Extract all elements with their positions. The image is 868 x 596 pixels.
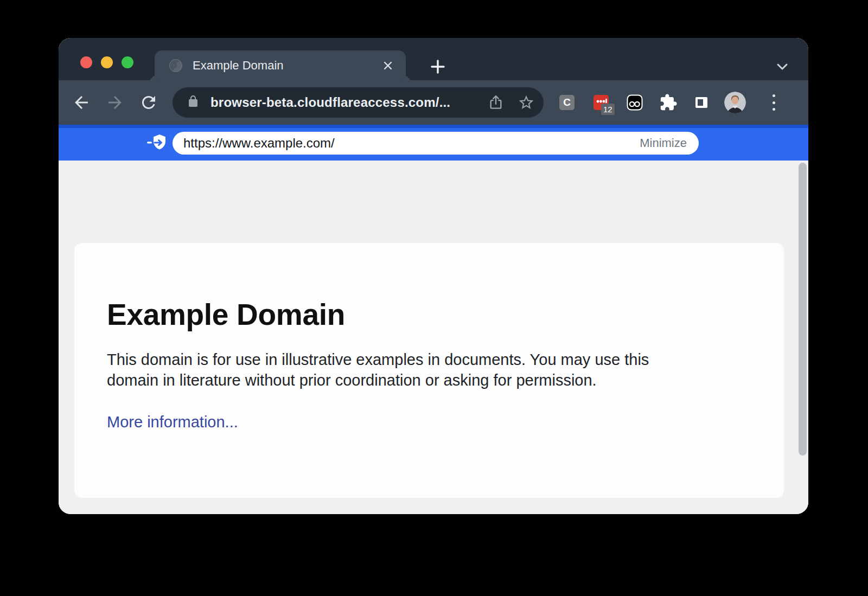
tab-close-button[interactable] (381, 59, 395, 73)
browser-tab[interactable]: Example Domain (155, 50, 406, 80)
chevron-down-icon (774, 58, 791, 75)
tab-title: Example Domain (193, 59, 284, 73)
new-tab-button[interactable] (430, 59, 446, 75)
avatar (724, 92, 746, 113)
side-panel-button[interactable] (694, 95, 709, 110)
forward-button[interactable] (105, 93, 125, 112)
browser-menu-button[interactable] (770, 93, 777, 112)
back-button[interactable] (72, 93, 91, 112)
browser-toolbar: browser-beta.cloudflareaccess.com/... C (59, 80, 808, 125)
lock-icon[interactable] (187, 95, 200, 110)
isolated-url-input[interactable] (182, 135, 640, 151)
shield-arrow-icon (146, 133, 168, 152)
page-content: Example Domain This domain is for use in… (59, 161, 808, 514)
bookmark-button[interactable] (518, 94, 535, 111)
close-icon (381, 59, 394, 72)
browser-window: Example Domain (59, 38, 808, 514)
tab-search-button[interactable] (774, 58, 791, 75)
reload-icon (139, 93, 158, 112)
extensions-menu-button[interactable] (659, 93, 678, 112)
page-scrollbar[interactable] (799, 163, 807, 456)
page-card: Example Domain This domain is for use in… (74, 243, 784, 498)
paragraph-line: This domain is for use in illustrative e… (107, 349, 741, 370)
forward-arrow-icon (105, 93, 125, 112)
plus-icon (430, 59, 446, 75)
minimize-button[interactable]: Minimize (640, 136, 687, 150)
extension-dark-button[interactable] (627, 94, 643, 111)
side-panel-icon (694, 95, 709, 110)
tab-strip: Example Domain (59, 38, 808, 80)
omnibox-url: browser-beta.cloudflareaccess.com/... (210, 95, 450, 110)
isolated-url-bar: Minimize (173, 132, 699, 155)
isolation-bar: Minimize (59, 125, 808, 161)
reload-button[interactable] (139, 93, 158, 112)
double-circle-icon (627, 94, 643, 111)
extension-blocker-button[interactable]: 12 (593, 95, 609, 110)
traffic-lights (80, 56, 133, 68)
page-paragraph: This domain is for use in illustrative e… (107, 349, 741, 390)
extension-badge: 12 (601, 104, 615, 115)
traffic-minimize-button[interactable] (101, 56, 113, 68)
star-icon (518, 94, 535, 111)
traffic-zoom-button[interactable] (122, 56, 133, 68)
share-button[interactable] (487, 94, 505, 111)
share-icon (487, 94, 505, 111)
page-title: Example Domain (107, 297, 741, 332)
puzzle-icon (659, 93, 678, 112)
extension-c-button[interactable]: C (559, 95, 575, 110)
back-arrow-icon (72, 93, 91, 112)
traffic-close-button[interactable] (80, 56, 92, 68)
kebab-icon (773, 94, 775, 97)
omnibox[interactable]: browser-beta.cloudflareaccess.com/... (173, 87, 544, 118)
more-information-link[interactable]: More information... (107, 413, 238, 431)
globe-favicon-icon (169, 59, 183, 73)
paragraph-line: domain in literature without prior coord… (107, 370, 741, 390)
profile-avatar-button[interactable] (724, 92, 746, 113)
